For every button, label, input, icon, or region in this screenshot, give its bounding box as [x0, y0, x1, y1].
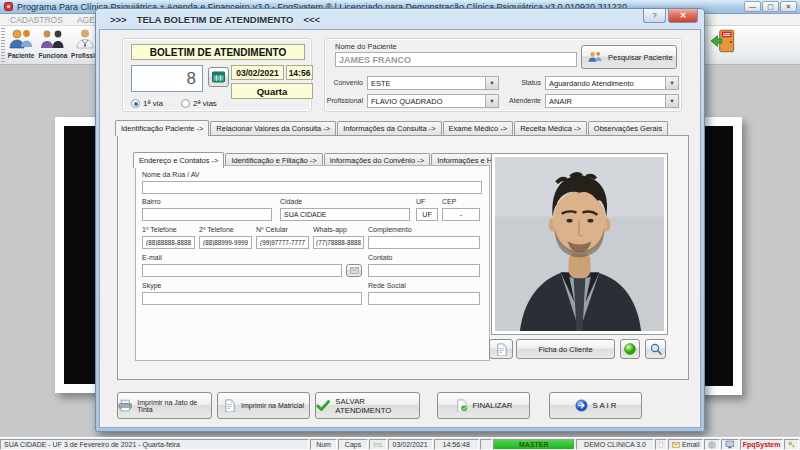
toolbar-button-funcionario[interactable]: Funciona [37, 27, 69, 64]
rede-social-field[interactable] [368, 292, 480, 305]
patient-header-group: Nome do Paciente Pesquisar Paciente Conv… [324, 38, 682, 112]
status-dropdown[interactable]: Aguardando Atendimento ▼ [545, 76, 679, 90]
tab-exame-medico[interactable]: Exame Médico -> [443, 121, 514, 135]
uf-field[interactable] [416, 208, 438, 221]
status-doc-segment [655, 439, 667, 450]
rua-label: Nome da Rua / AV [142, 171, 199, 178]
search-patient-icon [587, 50, 603, 64]
maximize-icon[interactable]: ▢ [762, 1, 779, 12]
atendente-dropdown[interactable]: ANAIR ▼ [545, 94, 679, 108]
print-inkjet-button[interactable]: Imprimir na Jato de Tinta [117, 392, 212, 419]
finalize-label: FINALIZAR [473, 401, 513, 410]
ficha-cliente-label: Ficha do Cliente [538, 345, 592, 354]
main-tabs: Identificação Paciente -> Relacionar Val… [115, 120, 669, 135]
patient-name-field[interactable] [335, 52, 577, 67]
status-monitor-segment [721, 439, 739, 450]
toolbar-button-exit[interactable] [708, 27, 740, 64]
exit-button[interactable]: S A I R [549, 392, 642, 419]
calendar-button[interactable] [208, 67, 229, 87]
rua-field[interactable] [142, 181, 482, 194]
convenio-dropdown[interactable]: ESTE ▼ [367, 76, 499, 90]
status-capslock: Caps [338, 439, 367, 450]
status-email[interactable]: Email [668, 439, 703, 450]
dialog-help-button[interactable]: ? [643, 9, 666, 23]
print-matrix-label: Imprimir na Matricial [241, 402, 304, 409]
search-patient-button[interactable]: Pesquisar Paciente [581, 45, 677, 69]
via1-label: 1ª via [143, 99, 163, 108]
zoom-photo-button[interactable] [645, 339, 666, 359]
via2-label: 2ª vias [193, 99, 217, 108]
chevron-down-icon: ▼ [665, 77, 678, 89]
status-email-label: Email [682, 441, 700, 448]
tab-receita-medica[interactable]: Receita Médica -> [514, 121, 587, 135]
tab-observacoes-gerais[interactable]: Observações Gerais [588, 121, 668, 135]
profissional-value: FLAVIO QUADRADO [368, 97, 485, 106]
boletim-date: 03/02/2021 [231, 65, 284, 80]
tab-informacoes-consulta[interactable]: Informações da Consulta -> [337, 121, 441, 135]
ficha-cliente-button[interactable]: Ficha do Cliente [516, 339, 615, 359]
email-field[interactable] [142, 264, 342, 277]
status-insert: Ins [369, 439, 387, 450]
convenio-label: Convenio [325, 79, 363, 86]
cep-label: CEP [442, 198, 456, 205]
radio-dot-icon [181, 99, 190, 108]
globe-icon [708, 441, 716, 449]
bairro-label: Bairro [142, 198, 161, 205]
minimize-icon[interactable]: — [744, 1, 761, 12]
green-orb-icon [624, 343, 636, 355]
whatsapp-label: Whats-app [313, 226, 347, 233]
tel2-field[interactable] [199, 236, 252, 249]
toolbar-label: Funciona [39, 52, 68, 59]
bairro-field[interactable] [142, 208, 272, 221]
boletim-title: BOLETIM DE ATENDIMENTO [131, 44, 305, 60]
calendar-icon [212, 71, 225, 83]
cidade-field[interactable] [280, 208, 410, 221]
via2-radio[interactable]: 2ª vias [181, 99, 217, 108]
statusbar: SUA CIDADE - UF 3 de Fevereiro de 2021 -… [0, 437, 800, 450]
screen: Programa Para Clínica Psiquiátrica + Age… [0, 0, 800, 450]
contato-label: Contato [368, 254, 393, 261]
contato-field[interactable] [368, 264, 480, 277]
save-attendance-button[interactable]: SALVAR ATENDIMENTO [315, 392, 420, 419]
finalize-button[interactable]: FINALIZAR [437, 392, 530, 419]
convenio-value: ESTE [368, 79, 485, 88]
window-controls: — ▢ ✕ [744, 1, 797, 12]
cep-field[interactable] [442, 208, 480, 221]
matrix-printer-icon [223, 399, 236, 412]
status-globe-segment [704, 439, 720, 450]
uf-label: UF [416, 198, 425, 205]
print-ficha-button[interactable] [489, 339, 513, 359]
status-time: 14:56:48 [434, 439, 479, 450]
status-user-level: MASTER [493, 439, 575, 450]
menu-cadastros[interactable]: CADASTROS [10, 15, 63, 25]
status-date: 03/02/2021 [388, 439, 433, 450]
chevron-down-icon: ▼ [485, 95, 498, 107]
exit-door-icon [710, 27, 738, 55]
send-email-button[interactable] [346, 264, 362, 277]
close-icon[interactable]: ✕ [780, 1, 797, 12]
boletim-number-field[interactable]: 8 [131, 65, 203, 92]
atendente-label: Atendente [503, 97, 541, 104]
magnifier-icon [650, 343, 662, 355]
envelope-icon [672, 442, 680, 448]
print-matrix-button[interactable]: Imprimir na Matricial [217, 392, 310, 419]
whatsapp-field[interactable] [313, 236, 364, 249]
complemento-field[interactable] [368, 236, 480, 249]
status-label: Status [503, 79, 541, 86]
rede-social-label: Rede Social [368, 282, 406, 289]
tab-relacionar-valores[interactable]: Relacionar Valores da Consulta -> [210, 121, 336, 135]
tel1-field[interactable] [142, 236, 195, 249]
tab-identificacao-paciente[interactable]: Identificação Paciente -> [115, 120, 209, 136]
load-photo-button[interactable] [620, 339, 640, 359]
toolbar-button-paciente[interactable]: Paciente [5, 27, 37, 64]
save-attendance-label: SALVAR ATENDIMENTO [335, 397, 419, 415]
status-numlock: Num [310, 439, 338, 450]
tab-endereco-contatos[interactable]: Endereço e Contatos -> [133, 152, 224, 168]
search-patient-label: Pesquisar Paciente [608, 53, 673, 62]
profissional-dropdown[interactable]: FLAVIO QUADRADO ▼ [367, 94, 499, 108]
complemento-label: Complemento [368, 226, 412, 233]
dialog-close-button[interactable]: ✕ [668, 9, 698, 23]
celular-field[interactable] [256, 236, 309, 249]
skype-field[interactable] [142, 292, 362, 305]
via1-radio[interactable]: 1ª via [131, 99, 163, 108]
